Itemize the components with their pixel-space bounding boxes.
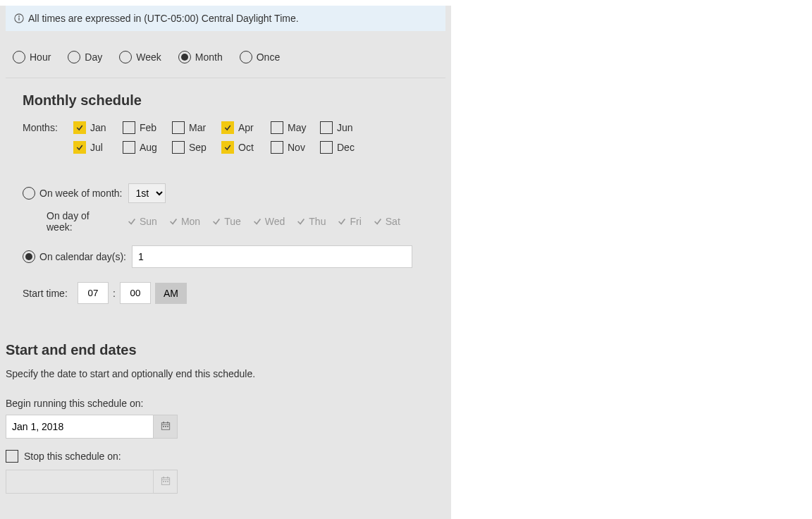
svg-rect-16 <box>167 481 168 482</box>
dates-description: Specify the date to start and optionally… <box>6 368 445 379</box>
month-jul[interactable]: Jul <box>73 141 113 154</box>
frequency-month[interactable]: Month <box>178 51 223 63</box>
monthly-section: Monthly schedule Months: JanFebMarAprMay… <box>0 92 451 325</box>
begin-date-input[interactable] <box>6 415 154 439</box>
day-thu: Thu <box>296 216 326 227</box>
month-mar[interactable]: Mar <box>172 121 211 134</box>
month-may[interactable]: May <box>271 121 310 134</box>
svg-rect-5 <box>163 421 164 423</box>
frequency-once[interactable]: Once <box>240 51 280 63</box>
ampm-toggle[interactable]: AM <box>155 283 187 304</box>
on-week-radio[interactable]: On week of month: <box>23 187 123 200</box>
dates-title: Start and end dates <box>6 342 445 358</box>
svg-rect-9 <box>167 426 168 427</box>
day-of-week-label: On day of week: <box>47 210 117 233</box>
frequency-hour[interactable]: Hour <box>13 51 51 63</box>
month-dec[interactable]: Dec <box>320 141 359 154</box>
svg-rect-7 <box>163 426 164 427</box>
stop-schedule-label: Stop this schedule on: <box>24 451 121 462</box>
month-apr[interactable]: Apr <box>221 121 261 134</box>
svg-rect-6 <box>167 421 168 423</box>
day-fri: Fri <box>337 216 361 227</box>
calendar-icon <box>161 421 171 433</box>
month-nov[interactable]: Nov <box>271 141 310 154</box>
calendar-icon <box>161 476 171 488</box>
months-label: Months: <box>23 122 63 133</box>
month-jan[interactable]: Jan <box>73 121 113 134</box>
day-tue: Tue <box>211 216 241 227</box>
svg-rect-12 <box>163 476 164 478</box>
svg-rect-14 <box>163 481 164 482</box>
begin-label: Begin running this schedule on: <box>6 398 445 409</box>
stop-schedule-checkbox[interactable] <box>6 450 18 463</box>
day-sun: Sun <box>127 216 157 227</box>
frequency-week[interactable]: Week <box>119 51 161 63</box>
month-jun[interactable]: Jun <box>320 121 359 134</box>
svg-point-1 <box>18 16 20 17</box>
start-time-label: Start time: <box>23 288 73 299</box>
day-mon: Mon <box>168 216 200 227</box>
on-calendar-days-radio[interactable]: On calendar day(s): <box>23 250 126 263</box>
frequency-row: HourDayWeekMonthOnce <box>0 37 451 78</box>
month-aug[interactable]: Aug <box>123 141 162 154</box>
start-minute-input[interactable] <box>120 282 151 304</box>
svg-rect-8 <box>165 426 166 427</box>
dates-section: Start and end dates Specify the date to … <box>0 325 451 512</box>
on-week-label: On week of month: <box>39 188 123 199</box>
start-hour-input[interactable] <box>78 282 109 304</box>
calendar-days-input[interactable] <box>132 245 412 268</box>
begin-date-picker-button[interactable] <box>154 415 178 439</box>
monthly-title: Monthly schedule <box>23 92 445 109</box>
day-wed: Wed <box>252 216 285 227</box>
month-sep[interactable]: Sep <box>172 141 211 154</box>
calendar-days-label: On calendar day(s): <box>39 251 126 262</box>
stop-date-picker-button <box>154 470 178 494</box>
svg-rect-2 <box>18 18 19 20</box>
svg-rect-15 <box>165 481 166 482</box>
timezone-text: All times are expressed in (UTC-05:00) C… <box>28 13 299 24</box>
month-feb[interactable]: Feb <box>123 121 162 134</box>
svg-rect-13 <box>167 476 168 478</box>
day-sat: Sat <box>373 216 400 227</box>
stop-date-input <box>6 470 154 494</box>
timezone-banner: All times are expressed in (UTC-05:00) C… <box>6 6 445 31</box>
month-oct[interactable]: Oct <box>221 141 261 154</box>
frequency-day[interactable]: Day <box>68 51 102 63</box>
info-icon <box>14 13 24 23</box>
week-of-month-select[interactable]: 1st <box>128 183 166 203</box>
